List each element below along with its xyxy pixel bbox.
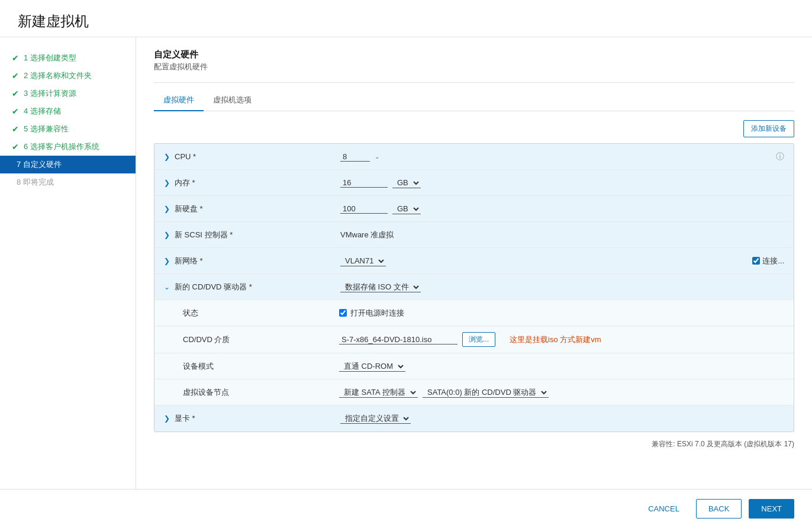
step-check-icon-3: ✔	[12, 89, 19, 98]
divider	[154, 82, 794, 83]
status-value: 打开电源时连接	[339, 308, 784, 318]
browse-button[interactable]: 浏览...	[462, 332, 495, 347]
cddvd-type-select[interactable]: 数据存储 ISO 文件 客户端设备 主机设备	[340, 282, 421, 292]
tabs: 虚拟硬件 虚拟机选项	[154, 90, 794, 111]
network-expander[interactable]: ❯	[164, 257, 170, 265]
device-node-label: 虚拟设备节点	[173, 387, 339, 398]
scsi-expander[interactable]: ❯	[164, 231, 170, 239]
sidebar-step-3[interactable]: ✔3 选择计算资源	[0, 85, 136, 102]
disk-expander[interactable]: ❯	[164, 205, 170, 213]
network-connect-checkbox[interactable]	[752, 257, 760, 265]
panel-title: 自定义硬件	[154, 49, 794, 60]
next-button[interactable]: NEXT	[749, 499, 794, 519]
cpu-expander[interactable]: ❯	[164, 153, 170, 161]
hw-row-memory: ❯ 内存 * GB MB	[154, 170, 794, 196]
hw-row-network: ❯ 新网络 * VLAN71 连接...	[154, 248, 794, 274]
hw-row-display: ❯ 显卡 * 指定自定义设置	[154, 405, 794, 432]
device-mode-select[interactable]: 直通 CD-ROM 仿真	[339, 361, 405, 372]
network-value: VLAN71	[340, 256, 752, 266]
cancel-button[interactable]: CANCEL	[639, 500, 689, 518]
device-mode-label: 设备模式	[173, 361, 339, 372]
disk-label: 新硬盘 *	[175, 204, 340, 214]
step-label-3: 3 选择计算资源	[24, 88, 76, 99]
media-label: CD/DVD 介质	[173, 334, 339, 345]
cddvd-value: 数据存储 ISO 文件 客户端设备 主机设备	[340, 282, 784, 292]
back-button[interactable]: BACK	[696, 499, 742, 519]
panel-header: 自定义硬件 配置虚拟机硬件	[154, 49, 794, 72]
main-content: ✔1 选择创建类型✔2 选择名称和文件夹✔3 选择计算资源✔4 选择存储✔5 选…	[0, 37, 812, 489]
sidebar-step-2[interactable]: ✔2 选择名称和文件夹	[0, 67, 136, 85]
step-label-8: 8 即将完成	[17, 177, 54, 188]
add-device-row: 添加新设备	[154, 120, 794, 137]
power-connect-label: 打开电源时连接	[339, 308, 404, 318]
sidebar-step-7[interactable]: 7 自定义硬件	[0, 156, 136, 173]
hw-row-cddvd: ⌄ 新的 CD/DVD 驱动器 * 数据存储 ISO 文件 客户端设备 主机设备	[154, 274, 794, 300]
sidebar-step-6[interactable]: ✔6 选择客户机操作系统	[0, 138, 136, 156]
step-label-6: 6 选择客户机操作系统	[24, 141, 99, 152]
step-label-4: 4 选择存储	[24, 106, 61, 117]
sidebar-step-8: 8 即将完成	[0, 173, 136, 191]
page-wrapper: 新建虚拟机 ✔1 选择创建类型✔2 选择名称和文件夹✔3 选择计算资源✔4 选择…	[0, 0, 812, 528]
power-connect-checkbox[interactable]	[339, 309, 347, 317]
info-icon[interactable]: ⓘ	[776, 152, 784, 162]
hw-subrow-media: CD/DVD 介质 S-7-x86_64-DVD-1810.iso 浏览... …	[154, 326, 794, 353]
iso-comment: 这里是挂载iso 方式新建vm	[510, 334, 601, 345]
memory-label: 内存 *	[175, 178, 340, 188]
disk-unit-select[interactable]: GB MB TB	[392, 204, 421, 214]
hw-row-cpu: ❯ CPU * ⌄ ⓘ	[154, 144, 794, 170]
disk-value: GB MB TB	[340, 204, 784, 214]
add-device-button[interactable]: 添加新设备	[743, 120, 794, 137]
cpu-chevron-icon: ⌄	[375, 153, 379, 160]
cpu-value: ⌄	[340, 152, 776, 162]
step-label-2: 2 选择名称和文件夹	[24, 70, 92, 81]
scsi-label: 新 SCSI 控制器 *	[175, 230, 340, 240]
panel-subtitle: 配置虚拟机硬件	[154, 62, 794, 72]
memory-input[interactable]	[340, 178, 388, 188]
hw-row-disk: ❯ 新硬盘 * GB MB TB	[154, 196, 794, 222]
scsi-value: VMware 准虚拟	[340, 230, 784, 240]
display-select[interactable]: 指定自定义设置	[340, 413, 411, 424]
sata-device-select[interactable]: SATA(0:0) 新的 CD/DVD 驱动器	[423, 387, 549, 398]
scsi-type: VMware 准虚拟	[340, 230, 394, 240]
cddvd-label: 新的 CD/DVD 驱动器 *	[175, 282, 340, 292]
display-value: 指定自定义设置	[340, 413, 784, 424]
power-connect-text: 打开电源时连接	[350, 308, 404, 318]
tab-virtual-hw[interactable]: 虚拟硬件	[154, 90, 204, 111]
disk-input[interactable]	[340, 204, 388, 214]
sidebar-step-4[interactable]: ✔4 选择存储	[0, 102, 136, 120]
footer: CANCEL BACK NEXT	[0, 489, 812, 528]
cpu-input[interactable]	[340, 152, 370, 162]
tab-vm-options[interactable]: 虚拟机选项	[204, 90, 261, 111]
memory-value: GB MB	[340, 178, 784, 188]
cddvd-expander[interactable]: ⌄	[164, 283, 170, 291]
memory-unit-select[interactable]: GB MB	[392, 178, 421, 188]
network-connect-label: 连接...	[752, 256, 784, 266]
network-select[interactable]: VLAN71	[340, 256, 386, 266]
hw-subrow-device-mode: 设备模式 直通 CD-ROM 仿真	[154, 353, 794, 379]
media-value: S-7-x86_64-DVD-1810.iso 浏览... 这里是挂载iso 方…	[339, 332, 784, 347]
step-check-icon-6: ✔	[12, 142, 19, 152]
step-check-icon-5: ✔	[12, 124, 19, 134]
hw-row-scsi: ❯ 新 SCSI 控制器 * VMware 准虚拟	[154, 222, 794, 248]
step-label-5: 5 选择兼容性	[24, 124, 69, 134]
display-expander[interactable]: ❯	[164, 414, 170, 423]
memory-expander[interactable]: ❯	[164, 179, 170, 187]
main-panel: 自定义硬件 配置虚拟机硬件 虚拟硬件 虚拟机选项 添加新设备	[136, 37, 812, 489]
sidebar-step-1[interactable]: ✔1 选择创建类型	[0, 49, 136, 67]
step-label-7: 7 自定义硬件	[17, 159, 62, 170]
sidebar: ✔1 选择创建类型✔2 选择名称和文件夹✔3 选择计算资源✔4 选择存储✔5 选…	[0, 37, 136, 489]
step-label-1: 1 选择创建类型	[24, 53, 76, 63]
cpu-label: CPU *	[175, 152, 340, 161]
network-label: 新网络 *	[175, 256, 340, 266]
sidebar-step-5[interactable]: ✔5 选择兼容性	[0, 120, 136, 138]
status-label: 状态	[173, 308, 339, 318]
hardware-table: ❯ CPU * ⌄ ⓘ ❯ 内存 * GB	[154, 143, 794, 432]
device-mode-value: 直通 CD-ROM 仿真	[339, 361, 784, 372]
step-check-icon-4: ✔	[12, 107, 19, 116]
page-title: 新建虚拟机	[0, 0, 812, 37]
display-label: 显卡 *	[175, 413, 340, 424]
sata-controller-select[interactable]: 新建 SATA 控制器	[339, 387, 418, 398]
hw-subrow-device-node: 虚拟设备节点 新建 SATA 控制器 SATA(0:0) 新的 CD/DVD 驱…	[154, 379, 794, 405]
compat-note: 兼容性: ESXi 7.0 及更高版本 (虚拟机版本 17)	[154, 439, 794, 449]
iso-filename: S-7-x86_64-DVD-1810.iso	[339, 335, 457, 345]
